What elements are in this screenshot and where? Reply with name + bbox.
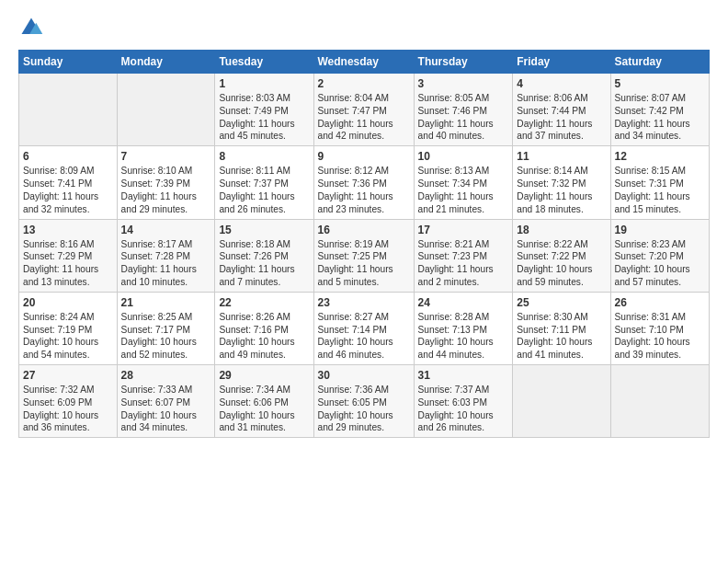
day-info: Sunrise: 8:26 AMSunset: 7:16 PMDaylight:… [219,311,309,362]
calendar-cell: 1Sunrise: 8:03 AMSunset: 7:49 PMDaylight… [215,74,313,146]
day-number: 5 [615,76,706,91]
day-number: 28 [121,368,211,383]
calendar-cell: 31Sunrise: 7:37 AMSunset: 6:03 PMDayligh… [414,365,513,438]
day-info: Sunrise: 8:14 AMSunset: 7:32 PMDaylight:… [517,165,606,215]
weekday-header-row: SundayMondayTuesdayWednesdayThursdayFrid… [19,51,710,74]
calendar-cell [513,365,610,438]
calendar-cell: 6Sunrise: 8:09 AMSunset: 7:41 PMDaylight… [19,146,118,219]
calendar-cell: 18Sunrise: 8:22 AMSunset: 7:22 PMDayligh… [513,219,610,292]
day-number: 24 [418,295,509,310]
weekday-header-saturday: Saturday [610,51,710,74]
day-number: 30 [318,368,410,383]
day-info: Sunrise: 8:21 AMSunset: 7:23 PMDaylight:… [418,238,509,289]
day-info: Sunrise: 8:03 AMSunset: 7:49 PMDaylight:… [219,92,309,143]
day-number: 7 [121,149,211,164]
day-info: Sunrise: 8:05 AMSunset: 7:46 PMDaylight:… [418,92,509,143]
day-info: Sunrise: 8:17 AMSunset: 7:28 PMDaylight:… [121,238,211,289]
calendar-cell: 26Sunrise: 8:31 AMSunset: 7:10 PMDayligh… [610,292,710,364]
day-number: 16 [318,223,410,237]
day-info: Sunrise: 8:27 AMSunset: 7:14 PMDaylight:… [318,311,410,362]
day-info: Sunrise: 8:13 AMSunset: 7:34 PMDaylight:… [418,165,509,215]
day-number: 10 [418,149,509,164]
day-number: 23 [318,295,410,310]
day-info: Sunrise: 8:23 AMSunset: 7:20 PMDaylight:… [615,238,706,289]
calendar-cell: 17Sunrise: 8:21 AMSunset: 7:23 PMDayligh… [414,219,513,292]
day-number: 21 [121,295,211,310]
day-info: Sunrise: 8:12 AMSunset: 7:36 PMDaylight:… [318,165,410,215]
calendar-cell: 28Sunrise: 7:33 AMSunset: 6:07 PMDayligh… [117,365,215,438]
logo [18,15,48,40]
calendar-cell: 15Sunrise: 8:18 AMSunset: 7:26 PMDayligh… [215,219,313,292]
calendar-week-4: 20Sunrise: 8:24 AMSunset: 7:19 PMDayligh… [19,292,710,364]
logo-icon [18,15,44,40]
calendar-cell: 14Sunrise: 8:17 AMSunset: 7:28 PMDayligh… [117,219,215,292]
day-info: Sunrise: 8:18 AMSunset: 7:26 PMDaylight:… [219,238,309,289]
day-number: 31 [418,368,509,383]
day-number: 4 [517,76,606,91]
day-number: 19 [615,223,706,237]
weekday-header-tuesday: Tuesday [215,51,313,74]
day-info: Sunrise: 8:15 AMSunset: 7:31 PMDaylight:… [615,165,706,215]
weekday-header-thursday: Thursday [414,51,513,74]
calendar-cell: 19Sunrise: 8:23 AMSunset: 7:20 PMDayligh… [610,219,710,292]
day-number: 22 [219,295,309,310]
day-info: Sunrise: 8:04 AMSunset: 7:47 PMDaylight:… [318,92,410,143]
calendar-cell: 4Sunrise: 8:06 AMSunset: 7:44 PMDaylight… [513,74,610,146]
day-number: 13 [23,223,113,237]
day-info: Sunrise: 7:37 AMSunset: 6:03 PMDaylight:… [418,384,509,434]
calendar-cell: 10Sunrise: 8:13 AMSunset: 7:34 PMDayligh… [414,146,513,219]
calendar-cell: 24Sunrise: 8:28 AMSunset: 7:13 PMDayligh… [414,292,513,364]
calendar-cell: 16Sunrise: 8:19 AMSunset: 7:25 PMDayligh… [313,219,414,292]
weekday-header-monday: Monday [117,51,215,74]
day-info: Sunrise: 7:36 AMSunset: 6:05 PMDaylight:… [318,384,410,434]
day-number: 25 [517,295,606,310]
weekday-header-sunday: Sunday [19,51,118,74]
calendar-cell: 20Sunrise: 8:24 AMSunset: 7:19 PMDayligh… [19,292,118,364]
day-number: 18 [517,223,606,237]
day-info: Sunrise: 8:16 AMSunset: 7:29 PMDaylight:… [23,238,113,289]
day-number: 9 [318,149,410,164]
day-number: 2 [318,76,410,91]
day-number: 26 [615,295,706,310]
day-info: Sunrise: 8:06 AMSunset: 7:44 PMDaylight:… [517,92,606,143]
day-number: 27 [23,368,113,383]
day-info: Sunrise: 7:32 AMSunset: 6:09 PMDaylight:… [23,384,113,434]
day-number: 1 [219,76,309,91]
calendar-cell: 21Sunrise: 8:25 AMSunset: 7:17 PMDayligh… [117,292,215,364]
page: SundayMondayTuesdayWednesdayThursdayFrid… [0,0,728,563]
day-number: 17 [418,223,509,237]
calendar-week-2: 6Sunrise: 8:09 AMSunset: 7:41 PMDaylight… [19,146,710,219]
calendar-cell [610,365,710,438]
day-info: Sunrise: 7:33 AMSunset: 6:07 PMDaylight:… [121,384,211,434]
day-number: 29 [219,368,309,383]
calendar-cell: 7Sunrise: 8:10 AMSunset: 7:39 PMDaylight… [117,146,215,219]
calendar-cell: 23Sunrise: 8:27 AMSunset: 7:14 PMDayligh… [313,292,414,364]
calendar-cell: 25Sunrise: 8:30 AMSunset: 7:11 PMDayligh… [513,292,610,364]
calendar-cell: 22Sunrise: 8:26 AMSunset: 7:16 PMDayligh… [215,292,313,364]
day-number: 6 [23,149,113,164]
day-info: Sunrise: 8:09 AMSunset: 7:41 PMDaylight:… [23,165,113,215]
day-number: 15 [219,223,309,237]
weekday-header-wednesday: Wednesday [313,51,414,74]
calendar-week-3: 13Sunrise: 8:16 AMSunset: 7:29 PMDayligh… [19,219,710,292]
day-info: Sunrise: 8:19 AMSunset: 7:25 PMDaylight:… [318,238,410,289]
day-number: 3 [418,76,509,91]
day-info: Sunrise: 8:28 AMSunset: 7:13 PMDaylight:… [418,311,509,362]
calendar-cell: 13Sunrise: 8:16 AMSunset: 7:29 PMDayligh… [19,219,118,292]
calendar-cell: 29Sunrise: 7:34 AMSunset: 6:06 PMDayligh… [215,365,313,438]
day-info: Sunrise: 8:10 AMSunset: 7:39 PMDaylight:… [121,165,211,215]
day-info: Sunrise: 8:07 AMSunset: 7:42 PMDaylight:… [615,92,706,143]
header [18,15,710,40]
calendar-cell: 11Sunrise: 8:14 AMSunset: 7:32 PMDayligh… [513,146,610,219]
day-number: 12 [615,149,706,164]
calendar-week-5: 27Sunrise: 7:32 AMSunset: 6:09 PMDayligh… [19,365,710,438]
day-info: Sunrise: 8:22 AMSunset: 7:22 PMDaylight:… [517,238,606,289]
calendar-cell: 27Sunrise: 7:32 AMSunset: 6:09 PMDayligh… [19,365,118,438]
day-info: Sunrise: 8:25 AMSunset: 7:17 PMDaylight:… [121,311,211,362]
day-number: 20 [23,295,113,310]
weekday-header-friday: Friday [513,51,610,74]
day-number: 14 [121,223,211,237]
calendar-week-1: 1Sunrise: 8:03 AMSunset: 7:49 PMDaylight… [19,74,710,146]
calendar-cell: 2Sunrise: 8:04 AMSunset: 7:47 PMDaylight… [313,74,414,146]
day-info: Sunrise: 8:24 AMSunset: 7:19 PMDaylight:… [23,311,113,362]
